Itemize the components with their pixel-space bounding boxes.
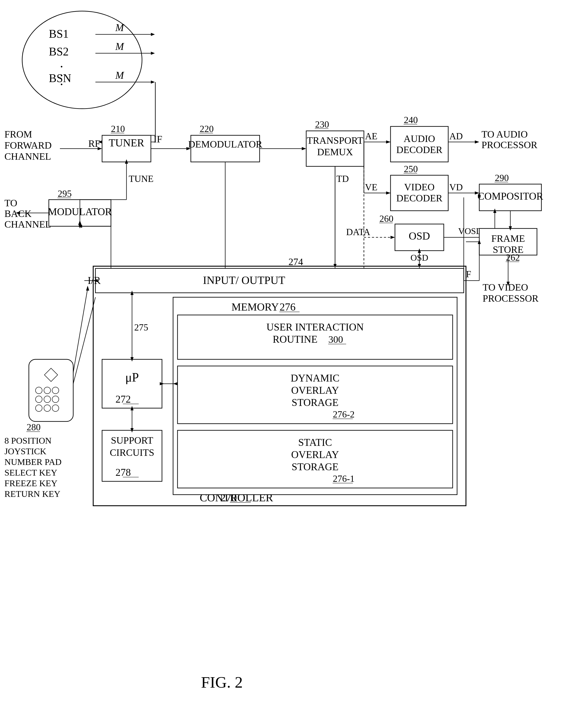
to-audio-processor: TO AUDIO [482, 129, 528, 140]
dynamic-overlay-ref: 276-2 [333, 409, 355, 420]
svg-point-120 [36, 396, 42, 403]
fig2-caption: FIG. 2 [201, 674, 243, 691]
tune-label: TUNE [129, 174, 153, 184]
user-interaction-label1: USER INTERACTION [267, 321, 364, 333]
to-back-channel: TO [4, 198, 17, 209]
svg-text:DECODER: DECODER [396, 193, 442, 204]
transport-demux-label: TRANSPORT [307, 135, 363, 146]
svg-point-125 [52, 405, 59, 411]
svg-point-118 [44, 387, 50, 394]
support-circuits-ref: 278 [115, 467, 131, 478]
svg-text:PROCESSOR: PROCESSOR [482, 140, 538, 150]
static-overlay-label1: STATIC [298, 437, 332, 448]
svg-text:CHANNEL: CHANNEL [4, 219, 51, 230]
joystick-desc6: RETURN KEY [4, 489, 60, 499]
svg-point-117 [36, 387, 42, 394]
memory-label: MEMORY [231, 301, 279, 313]
input-output-label: INPUT/ OUTPUT [203, 274, 285, 286]
svg-text:DEMUX: DEMUX [317, 147, 353, 157]
svg-text:DECODER: DECODER [396, 144, 442, 155]
video-decoder-label: VIDEO [404, 182, 435, 193]
frame-store-label1: FRAME [491, 233, 525, 244]
osd-label: OSD [409, 230, 430, 242]
user-interaction-ref: 300 [329, 334, 343, 345]
support-circuits-label1: SUPPORT [111, 435, 153, 446]
support-circuits-label2: CIRCUITS [110, 447, 154, 458]
ref-275: 275 [134, 322, 148, 333]
to-video-processor: TO VIDEO [483, 282, 528, 293]
dynamic-overlay-label1: DYNAMIC [291, 372, 339, 384]
compositor-ref: 290 [495, 173, 509, 183]
dynamic-overlay-label3: STORAGE [292, 397, 338, 408]
svg-text:BACK: BACK [4, 208, 31, 219]
dynamic-overlay-label2: OVERLAY [291, 385, 339, 396]
joystick-desc2: JOYSTICK [4, 446, 46, 456]
td-label: TD [336, 174, 349, 184]
tuner-label: TUNER [109, 137, 144, 149]
joystick-desc1: 8 POSITION [4, 436, 51, 446]
up-label: μP [125, 370, 139, 384]
vosd-label: VOSD [458, 226, 482, 236]
svg-text:CHANNEL: CHANNEL [4, 151, 51, 162]
svg-text:M: M [115, 41, 125, 52]
f-label: F [466, 269, 471, 279]
video-decoder-ref: 250 [404, 164, 418, 174]
diagram: BS1 BS2 BSN · · · M M M FROM FORWARD CHA… [0, 0, 588, 726]
demodulator-label: DEMODULATOR [188, 139, 262, 150]
joystick-desc5: FREEZE KEY [4, 478, 58, 488]
demodulator-ref: 220 [200, 124, 214, 134]
osd-ref: 260 [379, 214, 393, 224]
svg-text:M: M [115, 22, 125, 33]
svg-point-123 [36, 405, 42, 411]
svg-point-124 [44, 405, 50, 411]
up-ref: 272 [115, 393, 131, 405]
audio-decoder-ref: 240 [404, 115, 418, 125]
bs1-label: BS1 [49, 27, 69, 40]
joystick-desc4: SELECT KEY [4, 468, 57, 477]
user-interaction-label2: ROUTINE [273, 334, 317, 345]
vd-label: VD [449, 182, 463, 192]
ve-label: VE [365, 182, 377, 192]
ae-label: AE [365, 131, 377, 141]
compositor-label: COMPOSITOR [478, 191, 543, 202]
rf-label: RF [88, 138, 100, 149]
data-label: DATA [346, 227, 370, 237]
svg-text:PROCESSOR: PROCESSOR [483, 293, 539, 304]
svg-point-122 [52, 396, 59, 403]
svg-point-121 [44, 396, 50, 403]
transport-demux-ref: 230 [315, 119, 329, 130]
static-overlay-label2: OVERLAY [291, 449, 339, 460]
svg-text:M: M [115, 70, 125, 81]
static-overlay-ref: 276-1 [333, 474, 355, 484]
from-forward-channel: FROM [4, 129, 32, 140]
svg-text:FORWARD: FORWARD [4, 140, 52, 151]
input-output-ref: 274 [289, 256, 303, 267]
ad-label: AD [449, 131, 463, 141]
tuner-ref: 210 [111, 124, 125, 134]
joystick-desc3: NUMBER PAD [4, 457, 61, 467]
ref-280: 280 [27, 422, 41, 432]
modulator-ref: 295 [58, 189, 72, 199]
svg-rect-32 [391, 126, 448, 162]
audio-decoder-label: AUDIO [404, 133, 435, 144]
svg-text:·: · [60, 77, 63, 92]
svg-point-119 [52, 387, 59, 394]
memory-ref: 276 [279, 301, 296, 313]
static-overlay-label3: STORAGE [292, 461, 338, 472]
svg-point-1 [22, 11, 142, 109]
bs2-label: BS2 [49, 45, 69, 58]
